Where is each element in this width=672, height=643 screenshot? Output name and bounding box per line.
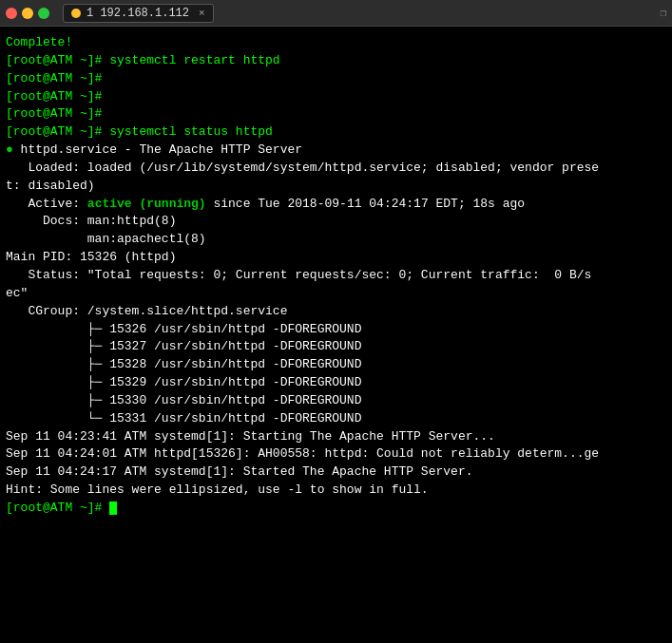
terminal-line: ├─ 15330 /usr/sbin/httpd -DFOREGROUND <box>6 392 666 410</box>
terminal-line: ec" <box>6 285 666 303</box>
terminal-line: [root@ATM ~]# <box>6 70 666 88</box>
terminal-line: ├─ 15327 /usr/sbin/httpd -DFOREGROUND <box>6 338 666 356</box>
terminal-line: Main PID: 15326 (httpd) <box>6 249 666 267</box>
terminal-line: ├─ 15326 /usr/sbin/httpd -DFOREGROUND <box>6 321 666 339</box>
title-bar: 1 192.168.1.112 × ❐ <box>0 0 672 27</box>
terminal-line: [root@ATM ~]# <box>6 105 666 123</box>
terminal-line: Active: active (running) since Tue 2018-… <box>6 196 666 214</box>
terminal-line: [root@ATM ~]# systemctl status httpd <box>6 123 666 142</box>
terminal-line: t: disabled) <box>6 178 666 196</box>
minimize-button[interactable] <box>22 8 33 19</box>
terminal-line: Complete! <box>6 34 666 52</box>
terminal-line: Status: "Total requests: 0; Current requ… <box>6 267 666 285</box>
terminal-line: [root@ATM ~]# systemctl restart httpd <box>6 52 666 70</box>
terminal-line: ├─ 15328 /usr/sbin/httpd -DFOREGROUND <box>6 356 666 374</box>
window-control: ❐ <box>660 7 666 19</box>
service-name: httpd.service - The Apache HTTP Server <box>21 142 302 157</box>
terminal-prompt: [root@ATM ~]# <box>6 501 109 515</box>
maximize-button[interactable] <box>38 8 49 19</box>
terminal-line: ├─ 15329 /usr/sbin/httpd -DFOREGROUND <box>6 374 666 392</box>
terminal-line: CGroup: /system.slice/httpd.service <box>6 303 666 321</box>
active-status: active (running) <box>87 197 206 211</box>
terminal-line: [root@ATM ~]# <box>6 500 666 518</box>
terminal-output: Complete![root@ATM ~]# systemctl restart… <box>0 27 672 643</box>
terminal-line: Hint: Some lines were ellipsized, use -l… <box>6 482 666 500</box>
terminal-line: Docs: man:httpd(8) <box>6 213 666 231</box>
terminal-tab[interactable]: 1 192.168.1.112 × <box>63 4 214 23</box>
terminal-cursor[interactable] <box>109 501 117 515</box>
terminal-line: Sep 11 04:24:17 ATM systemd[1]: Started … <box>6 463 666 482</box>
tab-close-button[interactable]: × <box>199 8 205 19</box>
service-dot-icon: ● <box>6 142 21 157</box>
tab-label: 1 192.168.1.112 <box>86 7 189 20</box>
terminal-line: Loaded: loaded (/usr/lib/systemd/system/… <box>6 160 666 178</box>
terminal-line: [root@ATM ~]# <box>6 88 666 106</box>
terminal-line: man:apachectl(8) <box>6 231 666 249</box>
terminal-line: Sep 11 04:24:01 ATM httpd[15326]: AH0055… <box>6 445 666 463</box>
terminal-line: └─ 15331 /usr/sbin/httpd -DFOREGROUND <box>6 410 666 428</box>
terminal-line: Sep 11 04:23:41 ATM systemd[1]: Starting… <box>6 428 666 446</box>
close-button[interactable] <box>6 8 17 19</box>
tab-status-icon <box>71 9 81 18</box>
terminal-line: ● httpd.service - The Apache HTTP Server <box>6 142 666 160</box>
